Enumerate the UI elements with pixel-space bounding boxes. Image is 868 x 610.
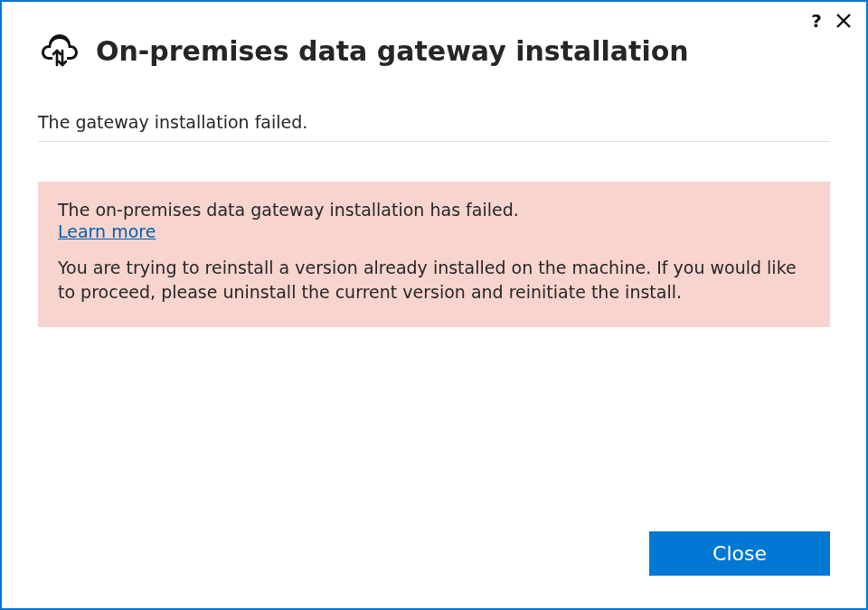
close-x-glyph	[836, 14, 851, 28]
dialog-title: On-premises data gateway installation	[96, 35, 689, 67]
error-panel: The on-premises data gateway installatio…	[38, 182, 830, 327]
error-detail: You are trying to reinstall a version al…	[58, 256, 810, 304]
dialog-header: On-premises data gateway installation	[2, 2, 866, 72]
error-headline: The on-premises data gateway installatio…	[58, 200, 810, 220]
close-icon[interactable]	[834, 11, 854, 31]
learn-more-link[interactable]: Learn more	[58, 221, 156, 241]
status-message: The gateway installation failed.	[38, 112, 830, 142]
titlebar-controls: ?	[807, 11, 854, 31]
help-icon[interactable]: ?	[807, 11, 826, 31]
dialog-content: The gateway installation failed. The on-…	[2, 72, 866, 531]
installer-dialog: ? On-premises data gateway installation …	[0, 0, 868, 610]
cloud-gateway-icon	[38, 29, 81, 72]
dialog-footer: Close	[2, 531, 866, 608]
close-button[interactable]: Close	[649, 531, 830, 576]
